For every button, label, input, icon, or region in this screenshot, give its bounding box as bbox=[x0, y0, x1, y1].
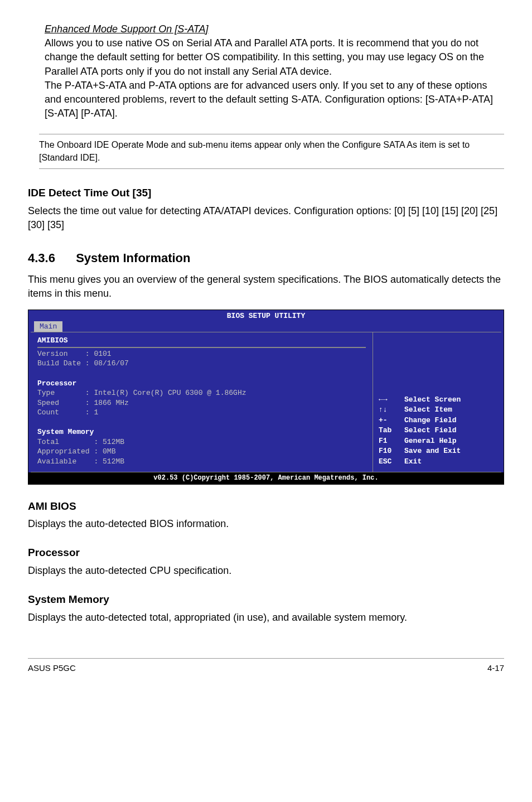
bios-builddate-value: 08/16/07 bbox=[94, 359, 128, 368]
section-title: System Information bbox=[76, 251, 190, 265]
bios-title: BIOS SETUP UTILITY bbox=[28, 310, 504, 321]
section-number: 4.3.6 bbox=[28, 250, 72, 267]
help-val-f10: Save and Exit bbox=[404, 446, 496, 456]
help-key-esc: ESC bbox=[379, 457, 401, 467]
help-key-pm: +- bbox=[379, 416, 401, 426]
bios-proc-label: Processor bbox=[37, 379, 76, 388]
processor-para: Displays the auto-detected CPU specifica… bbox=[28, 564, 504, 578]
system-memory-para: Displays the auto-detected total, approp… bbox=[28, 611, 504, 625]
help-val-f1: General Help bbox=[404, 436, 496, 446]
bios-amibios-label: AMIBIOS bbox=[37, 336, 68, 345]
bios-avail-label: Available bbox=[37, 457, 76, 466]
bios-version-value: 0101 bbox=[94, 350, 111, 358]
footer-right: 4-17 bbox=[487, 662, 504, 674]
section-4-3-6-para: This menu gives you an overview of the g… bbox=[28, 273, 504, 301]
enhanced-mode-para1: Allows you to use native OS on Serial AT… bbox=[45, 36, 504, 79]
bios-total-value: 512MB bbox=[103, 438, 124, 446]
note-text: The Onboard IDE Operate Mode and sub-men… bbox=[39, 134, 504, 169]
help-val-esc: Exit bbox=[404, 457, 496, 467]
help-key-f1: F1 bbox=[379, 436, 401, 446]
section-4-3-6-heading: 4.3.6 System Information bbox=[28, 250, 504, 267]
enhanced-mode-para2: The P-ATA+S-ATA and P-ATA options are fo… bbox=[45, 79, 504, 121]
ide-detect-heading: IDE Detect Time Out [35] bbox=[28, 186, 504, 201]
bios-total-label: Total bbox=[37, 438, 59, 446]
help-val-pm: Change Field bbox=[404, 416, 496, 426]
ami-bios-heading: AMI BIOS bbox=[28, 499, 504, 514]
bios-appr-label: Appropriated bbox=[37, 447, 90, 456]
help-key-lr: ←→ bbox=[379, 395, 401, 405]
bios-count-value: 1 bbox=[94, 408, 98, 417]
bios-left-panel: AMIBIOS Version : 0101 Build Date : 08/1… bbox=[31, 332, 373, 472]
bios-speed-label: Speed bbox=[37, 399, 59, 407]
footer-left: ASUS P5GC bbox=[28, 662, 76, 674]
bios-appr-value: 0MB bbox=[103, 447, 115, 456]
bios-count-label: Count bbox=[37, 408, 59, 417]
bios-type-label: Type bbox=[37, 389, 55, 397]
help-val-lr: Select Screen bbox=[404, 395, 496, 405]
enhanced-mode-heading: Enhanced Mode Support On [S-ATA] bbox=[45, 23, 209, 35]
help-key-tab: Tab bbox=[379, 426, 401, 436]
ami-bios-para: Displays the auto-detected BIOS informat… bbox=[28, 517, 504, 531]
help-key-f10: F10 bbox=[379, 446, 401, 456]
bios-version-label: Version bbox=[37, 350, 68, 358]
bios-avail-value: 512MB bbox=[103, 457, 124, 466]
help-val-ud: Select Item bbox=[404, 405, 496, 415]
system-memory-heading: System Memory bbox=[28, 592, 504, 607]
bios-speed-value: 1866 MHz bbox=[94, 399, 128, 407]
bios-tab-main: Main bbox=[34, 321, 62, 332]
bios-screenshot: BIOS SETUP UTILITY Main AMIBIOS Version … bbox=[28, 310, 504, 484]
processor-heading: Processor bbox=[28, 545, 504, 561]
bios-footer: v02.53 (C)Copyright 1985-2007, American … bbox=[28, 472, 504, 484]
help-val-tab: Select Field bbox=[404, 426, 496, 436]
bios-type-value: Intel(R) Core(R) CPU 6300 @ 1.86GHz bbox=[94, 389, 246, 397]
ide-detect-para: Selects the time out value for detecting… bbox=[28, 204, 504, 232]
bios-builddate-label: Build Date bbox=[37, 359, 81, 368]
bios-mem-label: System Memory bbox=[37, 428, 94, 436]
help-key-ud: ↑↓ bbox=[379, 405, 401, 415]
bios-right-panel: ←→Select Screen ↑↓Select Item +-Change F… bbox=[373, 332, 501, 472]
